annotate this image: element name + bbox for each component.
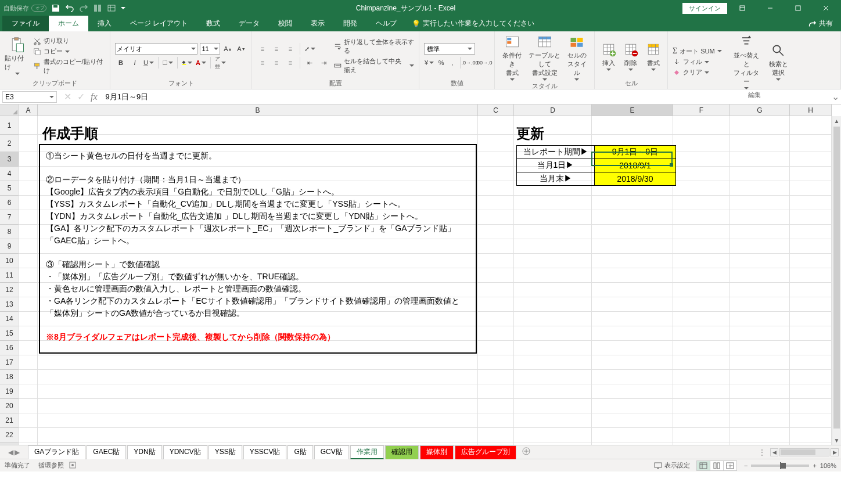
insert-cells-button[interactable]: 挿入 [599, 41, 618, 71]
align-bottom-icon[interactable]: ≡ [285, 43, 296, 55]
tab-formulas[interactable]: 数式 [197, 16, 229, 31]
wrap-text-button[interactable]: 折り返して全体を表示する [334, 38, 414, 55]
fx-icon[interactable]: fx [91, 92, 98, 102]
sheet-tab-4[interactable]: YSS貼 [209, 445, 242, 459]
ribbon-display-icon[interactable] [729, 0, 755, 16]
row-header-15[interactable]: 15 [0, 326, 19, 341]
col-header-H[interactable]: H [790, 105, 832, 116]
redo-icon[interactable] [79, 3, 88, 13]
font-color-button[interactable]: A [195, 57, 207, 69]
row-header-12[interactable]: 12 [0, 283, 19, 297]
cond-format-button[interactable]: 条件付き 書式 [499, 34, 524, 81]
tab-layout[interactable]: ページ レイアウト [121, 16, 197, 31]
page-layout-view-icon[interactable] [710, 460, 724, 471]
merge-center-button[interactable]: セルを結合して中央揃え [334, 57, 414, 74]
fill-color-button[interactable] [181, 57, 193, 69]
row-header-14[interactable]: 14 [0, 312, 19, 326]
paste-button[interactable]: 貼り付け [5, 37, 30, 75]
sheet-tab-2[interactable]: YDN貼 [127, 445, 161, 459]
sheet-tab-6[interactable]: G貼 [287, 445, 312, 459]
scroll-thumb[interactable] [833, 127, 840, 429]
sheet-tab-8[interactable]: 作業用 [350, 445, 384, 459]
row-header-2[interactable]: 2 [0, 135, 19, 152]
tab-file[interactable]: ファイル [2, 16, 49, 31]
qat-icon-2[interactable] [107, 3, 116, 13]
row-header-9[interactable]: 9 [0, 239, 19, 254]
align-left-icon[interactable]: ≡ [257, 57, 268, 69]
number-format-combo[interactable]: 標準 [424, 43, 475, 55]
qat-icon-1[interactable] [93, 3, 102, 13]
tab-home[interactable]: ホーム [49, 16, 88, 31]
col-header-A[interactable]: A [19, 105, 38, 116]
row-header-11[interactable]: 11 [0, 268, 19, 283]
row-header-13[interactable]: 13 [0, 297, 19, 312]
row-header-19[interactable]: 19 [0, 384, 19, 399]
save-icon[interactable] [51, 3, 60, 13]
zoom-slider[interactable] [751, 465, 809, 467]
normal-view-icon[interactable] [696, 460, 710, 471]
instruction-box[interactable]: ①当シート黄色セルの日付を当週までに更新。 ②ローデータを貼り付け（期間：当月1… [39, 144, 477, 354]
tab-help[interactable]: ヘルプ [366, 16, 406, 31]
cancel-formula-icon[interactable]: ✕ [64, 91, 71, 102]
sheet-tab-10[interactable]: 媒体別 [420, 445, 454, 459]
undo-icon[interactable] [65, 3, 74, 13]
row-header-17[interactable]: 17 [0, 355, 19, 370]
row-header-21[interactable]: 21 [0, 413, 19, 428]
update-table[interactable]: 当レポート期間▶9月1日～9日 当月1日▶2018/9/1 当月末▶2018/9… [516, 145, 676, 186]
percent-icon[interactable]: % [437, 57, 445, 69]
zoom-out-button[interactable]: − [744, 462, 747, 469]
row-header-20[interactable]: 20 [0, 399, 19, 413]
row-header-22[interactable]: 22 [0, 428, 19, 442]
inc-decimal-icon[interactable]: .0→.00 [464, 57, 476, 69]
hscroll-right-icon[interactable]: ▶ [831, 448, 839, 456]
select-all-corner[interactable] [0, 105, 19, 116]
delete-cells-button[interactable]: 削除 [621, 41, 640, 71]
grow-font-icon[interactable]: A▲ [222, 43, 233, 55]
sort-filter-button[interactable]: 並べ替えと フィルター [731, 34, 762, 89]
row-header-3[interactable]: 3 [0, 152, 19, 167]
accounting-icon[interactable]: ¥ [424, 57, 434, 69]
col-header-B[interactable]: B [38, 105, 478, 116]
border-button[interactable] [162, 57, 174, 69]
font-name-combo[interactable]: メイリオ [115, 43, 197, 55]
tellme-input[interactable]: 💡実行したい作業を入力してください [406, 16, 540, 31]
dec-decimal-icon[interactable]: .00→.0 [478, 57, 490, 69]
shrink-font-icon[interactable]: A▼ [236, 43, 247, 55]
autosum-button[interactable]: Σオート SUM [673, 46, 727, 56]
col-header-G[interactable]: G [730, 105, 790, 116]
sheet-tab-5[interactable]: YSSCV貼 [243, 445, 287, 459]
row-header-18[interactable]: 18 [0, 370, 19, 384]
scroll-up-icon[interactable]: ▲ [832, 116, 841, 125]
sheet-tab-7[interactable]: GCV貼 [314, 445, 349, 459]
fill-button[interactable]: フィル [673, 57, 727, 66]
tab-review[interactable]: 校閲 [269, 16, 301, 31]
vertical-scrollbar[interactable]: ▲ ▼ [832, 116, 841, 445]
tab-insert[interactable]: 挿入 [88, 16, 121, 31]
col-header-D[interactable]: D [514, 105, 592, 116]
col-header-F[interactable]: F [673, 105, 730, 116]
sheet-tab-0[interactable]: GAブランド貼 [28, 445, 85, 459]
align-top-icon[interactable]: ≡ [257, 43, 268, 55]
format-cells-button[interactable]: 書式 [644, 41, 663, 71]
update-title[interactable]: 更新 [516, 124, 544, 143]
align-middle-icon[interactable]: ≡ [271, 43, 282, 55]
qat-customize-icon[interactable] [121, 7, 125, 9]
font-size-combo[interactable]: 11 [200, 43, 220, 55]
cell-title[interactable]: 作成手順 [42, 124, 98, 143]
row-header-6[interactable]: 6 [0, 196, 19, 210]
cut-button[interactable]: 切り取り [33, 37, 105, 45]
row-header-5[interactable]: 5 [0, 181, 19, 196]
underline-button[interactable]: U [143, 57, 154, 69]
align-center-icon[interactable]: ≡ [271, 57, 282, 69]
sheet-tab-11[interactable]: 広告グループ別 [455, 445, 516, 459]
horizontal-scrollbar[interactable] [779, 448, 829, 456]
row-header-1[interactable]: 1 [0, 116, 19, 135]
sheet-nav-next-icon[interactable]: ▶ [15, 448, 20, 456]
sheet-nav-prev-icon[interactable]: ◀ [8, 448, 13, 456]
row-header-8[interactable]: 8 [0, 225, 19, 239]
maximize-icon[interactable] [785, 0, 811, 16]
find-select-button[interactable]: 検索と 選択 [765, 42, 791, 81]
table-format-button[interactable]: テーブルとして 書式設定 [528, 34, 560, 81]
cell-styles-button[interactable]: セルの スタイル [565, 34, 590, 81]
close-icon[interactable] [813, 0, 839, 16]
